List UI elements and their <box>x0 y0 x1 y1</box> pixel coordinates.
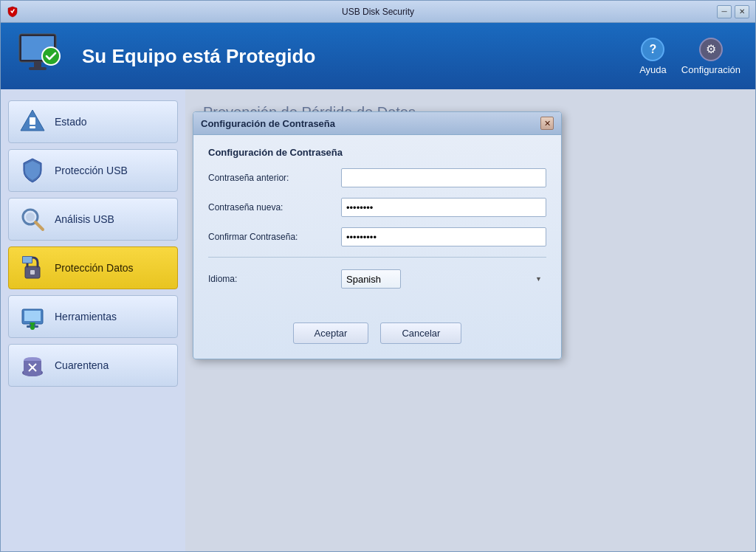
modal-section-title: Configuración de Contraseña <box>208 147 546 158</box>
sidebar-label-herramientas: Herramientas <box>55 311 117 322</box>
sidebar-item-analisis-usb[interactable]: Análisis USB <box>8 198 178 241</box>
minimize-button[interactable]: ─ <box>717 5 732 18</box>
sidebar-item-proteccion-datos[interactable]: Protección Datos <box>8 246 178 289</box>
cancel-button[interactable]: Cancelar <box>380 322 461 344</box>
app-window: USB Disk Security ─ ✕ Su Equipo está Pro… <box>0 0 756 552</box>
help-icon: ? <box>641 38 664 61</box>
proteccion-datos-icon <box>19 255 46 281</box>
modal-body: Configuración de Contraseña Contraseña a… <box>193 135 561 315</box>
old-password-row: Contraseña anterior: <box>208 168 546 187</box>
config-label: Configuración <box>681 64 740 75</box>
monitor-icon <box>16 30 67 82</box>
new-password-row: Contraseña nueva: <box>208 198 546 217</box>
svg-point-4 <box>42 47 60 65</box>
sidebar-item-herramientas[interactable]: Herramientas <box>8 295 178 338</box>
sidebar-label-cuarentena: Cuarentena <box>55 359 109 371</box>
sidebar-label-proteccion-usb: Protección USB <box>55 165 128 176</box>
svg-point-20 <box>30 325 35 330</box>
modal-title: Configuración de Contraseña <box>201 118 335 129</box>
sidebar-label-estado: Estado <box>55 116 87 128</box>
sidebar-item-cuarentena[interactable]: Cuarentena <box>8 344 178 387</box>
svg-rect-6 <box>30 117 35 125</box>
svg-rect-12 <box>30 270 35 275</box>
sidebar-item-estado[interactable]: Estado <box>8 100 178 143</box>
estado-icon <box>19 108 46 135</box>
svg-rect-16 <box>24 311 41 321</box>
modal-close-button[interactable]: ✕ <box>540 117 554 130</box>
title-bar-controls: ─ ✕ <box>717 5 749 18</box>
window-title: USB Disk Security <box>342 7 414 17</box>
idioma-select-wrapper: Spanish English French German Portuguese <box>341 269 546 289</box>
idioma-select[interactable]: Spanish English French German Portuguese <box>341 269 401 289</box>
old-password-input[interactable] <box>341 168 546 187</box>
modal-footer: Aceptar Cancelar <box>193 315 561 359</box>
main-content: Estado Protección USB Análisis USB <box>1 89 755 551</box>
idioma-label: Idioma: <box>208 274 334 284</box>
modal-overlay: Configuración de Contraseña ✕ Configurac… <box>185 89 755 551</box>
new-password-input[interactable] <box>341 198 546 217</box>
app-logo-icon <box>7 6 18 18</box>
accept-button[interactable]: Aceptar <box>293 322 369 344</box>
svg-rect-2 <box>34 62 41 68</box>
confirm-password-label: Confirmar Contraseña: <box>208 232 334 242</box>
svg-rect-3 <box>29 67 47 70</box>
analisis-usb-icon <box>19 206 46 232</box>
modal-divider <box>208 257 546 258</box>
confirm-password-input[interactable] <box>341 227 546 246</box>
close-button[interactable]: ✕ <box>735 5 749 18</box>
help-label: Ayuda <box>639 64 667 75</box>
sidebar: Estado Protección USB Análisis USB <box>1 89 185 551</box>
proteccion-usb-icon <box>19 157 46 184</box>
confirm-password-row: Confirmar Contraseña: <box>208 227 546 246</box>
header-buttons: ? Ayuda ⚙ Configuración <box>639 38 740 75</box>
title-bar-left <box>7 6 18 18</box>
content-panel: Prevención de Pérdida de Datos atos conf… <box>185 89 755 551</box>
sidebar-item-proteccion-usb[interactable]: Protección USB <box>8 149 178 192</box>
herramientas-icon <box>19 303 46 330</box>
modal-title-bar: Configuración de Contraseña ✕ <box>193 112 561 135</box>
idioma-row: Idioma: Spanish English French German Po… <box>208 269 546 289</box>
svg-point-9 <box>26 213 35 221</box>
old-password-label: Contraseña anterior: <box>208 173 334 183</box>
gear-icon: ⚙ <box>699 38 723 61</box>
sidebar-label-proteccion-datos: Protección Datos <box>55 262 134 274</box>
config-button[interactable]: ⚙ Configuración <box>681 38 740 75</box>
help-button[interactable]: ? Ayuda <box>639 38 667 75</box>
svg-rect-7 <box>30 126 35 128</box>
password-config-modal: Configuración de Contraseña ✕ Configurac… <box>193 111 562 359</box>
sidebar-label-analisis-usb: Análisis USB <box>55 213 114 225</box>
new-password-label: Contraseña nueva: <box>208 202 334 213</box>
cuarentena-icon <box>19 352 46 379</box>
svg-line-10 <box>35 222 43 230</box>
svg-rect-14 <box>23 257 32 263</box>
title-bar: USB Disk Security ─ ✕ <box>1 1 755 23</box>
header-title: Su Equipo está Protegido <box>82 45 625 68</box>
header-banner: Su Equipo está Protegido ? Ayuda ⚙ Confi… <box>1 23 755 89</box>
